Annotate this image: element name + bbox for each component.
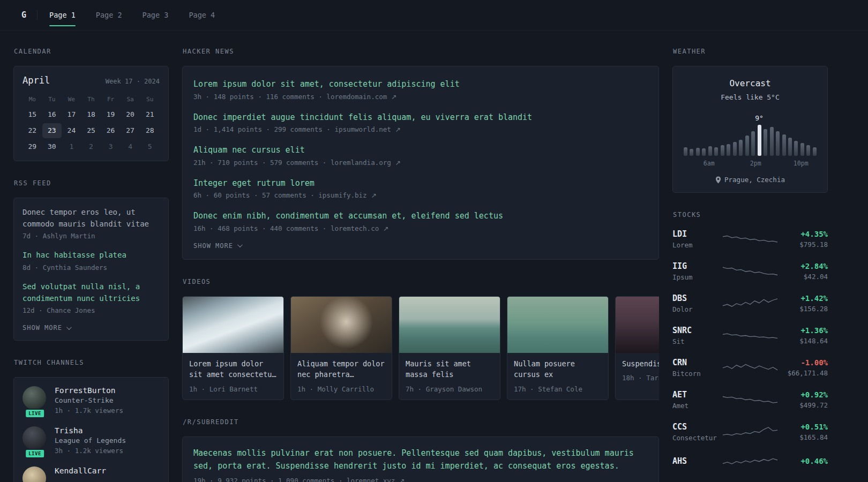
twitch-channel-row[interactable]: LIVE Trisha League of Legends 3h · 1.2k … — [23, 426, 160, 455]
weather-bar — [776, 131, 780, 156]
weather-feels-like: Feels like 5°C — [682, 93, 819, 101]
hackernews-item-title[interactable]: Donec enim nibh, condimentum et accumsan… — [193, 210, 648, 222]
stock-price: $165.84 — [779, 433, 828, 441]
stock-row[interactable]: IIGIpsum +2.84%$42.04 — [672, 261, 828, 281]
twitch-channel-name: Trisha — [55, 426, 126, 435]
weather-bar — [764, 129, 767, 156]
rss-item-title[interactable]: Donec tempor eros leo, ut commodo mauris… — [23, 207, 160, 230]
calendar-day: 26 — [101, 123, 121, 138]
weather-location-label: Prague, Czechia — [724, 176, 785, 184]
calendar-day: 2 — [81, 139, 101, 154]
weather-bar — [806, 145, 810, 156]
tab-page-1[interactable]: Page 1 — [49, 0, 76, 30]
hackernews-item-title[interactable]: Lorem ipsum dolor sit amet, consectetur … — [193, 78, 648, 91]
calendar-day: 30 — [42, 139, 62, 154]
video-title[interactable]: Aliquam tempor dolor nec pharetra… — [297, 358, 385, 381]
weather-bar — [733, 142, 737, 156]
stock-row[interactable]: AHS +0.46% — [672, 454, 828, 470]
live-badge: LIVE — [25, 409, 45, 418]
stock-row[interactable]: SNRCSit +1.36%$148.64 — [672, 326, 828, 345]
calendar-grid: Mo Tu We Th Fr Sa Su 15 16 17 18 19 20 2… — [23, 93, 160, 154]
stock-symbol: DBS — [672, 293, 722, 303]
calendar-day: 24 — [62, 123, 81, 138]
rss-item-meta: 7d · Ashlyn Martin — [23, 232, 160, 240]
hackernews-domain-link[interactable]: loremtech.co — [331, 224, 379, 232]
weather-bar — [751, 131, 755, 156]
weather-bar — [727, 144, 730, 156]
hackernews-domain-link[interactable]: ipsumworld.net — [334, 125, 391, 133]
video-title[interactable]: Nullam posuere cursus ex — [514, 358, 602, 381]
stock-row[interactable]: CCSConsectetur +0.51%$165.84 — [672, 422, 828, 442]
video-thumbnail[interactable] — [291, 297, 392, 353]
tab-page-2[interactable]: Page 2 — [96, 0, 122, 30]
meta-text: 6h · 60 points · 57 comments · — [193, 191, 318, 199]
calendar-day: 25 — [81, 123, 101, 138]
stock-row[interactable]: DBSDolor +1.42%$156.28 — [672, 293, 828, 313]
calendar-day: 19 — [101, 107, 121, 122]
stock-sparkline — [722, 424, 779, 440]
stock-price: $795.18 — [779, 240, 828, 248]
video-card: Mauris sit amet massa felis 7h · Grayson… — [399, 296, 500, 401]
hackernews-item-title[interactable]: Integer eget rutrum lorem — [193, 177, 648, 190]
meta-text: 19h · 9,932 points · 1,090 comments · — [193, 477, 347, 482]
twitch-channel-meta: 1h · 1.7k viewers — [55, 406, 123, 415]
hackernews-show-more-label: SHOW MORE — [193, 242, 233, 250]
video-title[interactable]: Mauris sit amet massa felis — [406, 358, 493, 381]
twitch-channel-name: ForrestBurton — [55, 386, 123, 395]
weather-time-labels: 6am 2pm 10pm — [682, 160, 819, 168]
tab-page-4[interactable]: Page 4 — [189, 0, 215, 30]
hackernews-show-more-button[interactable]: SHOW MORE — [193, 242, 241, 250]
video-meta: 1h · Molly Carrillo — [297, 385, 385, 393]
stock-sparkline — [722, 296, 779, 312]
video-thumbnail[interactable] — [183, 297, 283, 353]
stock-row[interactable]: AETAmet +0.92%$499.72 — [672, 390, 828, 410]
stock-name: Ipsum — [672, 273, 722, 281]
meta-text: 1d · 1,414 points · 299 comments · — [193, 125, 334, 133]
hackernews-item-title[interactable]: Aliquam nec cursus elit — [193, 144, 648, 156]
stock-change: +1.42% — [779, 294, 828, 303]
stock-symbol: CCS — [672, 422, 722, 432]
weather-bar — [684, 147, 687, 156]
hackernews-domain-link[interactable]: ipsumify.biz — [318, 191, 366, 199]
weather-bar — [690, 149, 693, 156]
video-meta: 7h · Grayson Dawson — [406, 385, 493, 393]
video-meta: 17h · Stefan Cole — [514, 385, 602, 393]
stock-sparkline — [722, 231, 779, 247]
weather-bar-chart: 9° — [684, 113, 817, 156]
avatar — [23, 466, 46, 482]
subreddit-post-title[interactable]: Maecenas mollis pulvinar erat non posuer… — [193, 447, 648, 472]
weather-section-title: WEATHER — [673, 48, 827, 55]
hackernews-domain-link[interactable]: loremlandia.org — [331, 159, 391, 167]
stock-symbol: SNRC — [672, 326, 722, 335]
stock-symbol: CRN — [672, 358, 722, 367]
weather-card: Overcast Feels like 5°C 9° 6am 2pm 10pm … — [672, 66, 828, 193]
video-thumbnail[interactable] — [616, 297, 659, 353]
app-logo[interactable]: G — [21, 10, 26, 20]
video-title[interactable]: Suspendisse diam — [622, 358, 659, 370]
video-thumbnail[interactable] — [507, 297, 608, 353]
hackernews-item-meta: 6h · 60 points · 57 comments · ipsumify.… — [193, 191, 648, 199]
stock-symbol: IIG — [672, 261, 722, 271]
twitch-channel-game: League of Legends — [55, 436, 126, 445]
stock-row[interactable]: CRNBitcorn -1.00%$66,171.48 — [672, 358, 828, 378]
rss-show-more-button[interactable]: SHOW MORE — [23, 324, 70, 332]
weather-condition: Overcast — [682, 78, 819, 88]
video-title[interactable]: Lorem ipsum dolor sit amet consectetu… — [189, 358, 277, 381]
calendar-day-header: Su — [140, 93, 160, 106]
twitch-channel-row[interactable]: LIVE ForrestBurton Counter-Strike 1h · 1… — [23, 386, 160, 415]
weather-highlight-temp: 9° — [755, 114, 764, 122]
video-thumbnail[interactable] — [399, 297, 500, 353]
calendar-day-header: Mo — [23, 93, 42, 106]
rss-item-title[interactable]: In hac habitasse platea — [23, 250, 160, 261]
hackernews-item-title[interactable]: Donec imperdiet augue tincidunt felis al… — [193, 111, 648, 124]
weather-bar — [782, 134, 786, 156]
stock-sparkline — [722, 360, 779, 376]
stock-sparkline — [722, 328, 779, 344]
tab-page-3[interactable]: Page 3 — [143, 0, 169, 30]
rss-item-title[interactable]: Sed volutpat nulla nisl, a condimentum n… — [23, 281, 160, 304]
stock-change: +4.35% — [779, 230, 828, 238]
stock-row[interactable]: LDILorem +4.35%$795.18 — [672, 229, 828, 249]
hackernews-domain-link[interactable]: loremdomain.com — [326, 93, 387, 101]
subreddit-domain-link[interactable]: loremnet.xyz — [347, 477, 395, 482]
twitch-channel-row[interactable]: LIVE KendallCarr — [23, 466, 160, 482]
